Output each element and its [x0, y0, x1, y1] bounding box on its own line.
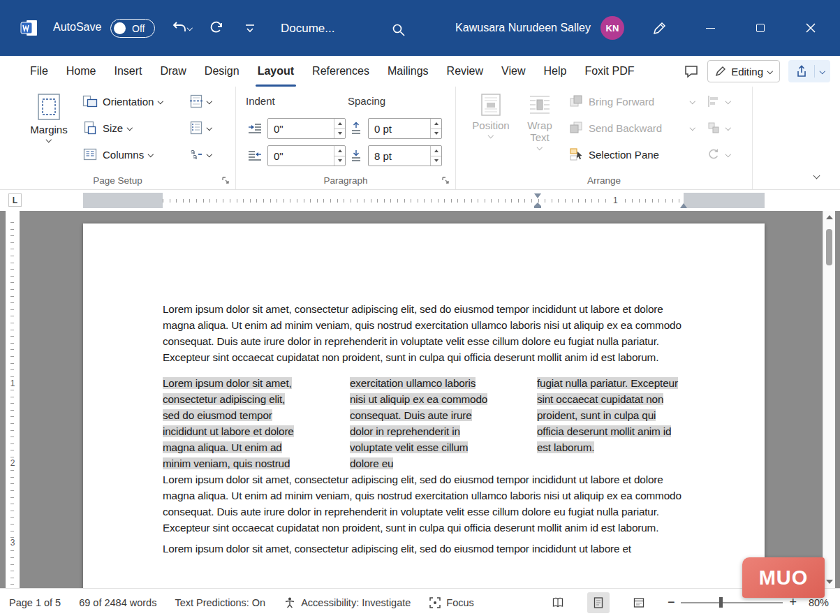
avatar[interactable]: KN: [600, 16, 624, 40]
position-button[interactable]: Position: [469, 92, 513, 138]
word-count-status[interactable]: 69 of 2484 words: [70, 589, 165, 616]
page-setup-dialog-launcher[interactable]: [221, 175, 230, 185]
customize-toolbar-icon: [242, 20, 258, 36]
redo-button[interactable]: [205, 16, 228, 40]
zoom-slider-thumb[interactable]: [719, 597, 723, 608]
spin-up-button[interactable]: [334, 119, 345, 129]
document-title[interactable]: Docume...: [281, 22, 334, 36]
text-predictions-status[interactable]: Text Predictions: On: [165, 589, 274, 616]
spin-down-button[interactable]: [334, 129, 345, 139]
web-layout-button[interactable]: [628, 592, 650, 613]
spacing-before-input[interactable]: 0 pt: [368, 118, 442, 139]
first-line-indent-marker[interactable]: [534, 193, 541, 198]
rotate-button[interactable]: [702, 141, 735, 168]
tab-review[interactable]: Review: [438, 56, 492, 87]
vertical-ruler-number: 1: [6, 379, 20, 388]
print-layout-button[interactable]: [587, 592, 610, 613]
paragraph-dialog-launcher[interactable]: [441, 175, 450, 185]
size-icon: [83, 121, 97, 135]
titlebar: AutoSave Off Docume... Kawusara Nurudeen…: [0, 0, 840, 56]
spacing-before-icon: [349, 122, 363, 135]
spin-down-button[interactable]: [431, 156, 441, 166]
spin-down-button[interactable]: [334, 156, 345, 166]
autosave-toggle[interactable]: Off: [110, 19, 155, 38]
bring-forward-label: Bring Forward: [589, 96, 654, 108]
line-numbers-button[interactable]: [184, 115, 216, 141]
columns-button[interactable]: Columns: [78, 141, 167, 168]
tab-help[interactable]: Help: [534, 56, 575, 87]
editing-mode-dropdown[interactable]: Editing: [707, 60, 779, 82]
arrange-small-buttons: [702, 88, 735, 168]
scrollbar-thumb[interactable]: [826, 229, 832, 265]
spin-up-button[interactable]: [334, 146, 345, 156]
tab-foxit-pdf[interactable]: Foxit PDF: [575, 56, 643, 87]
size-button[interactable]: Size: [78, 115, 167, 141]
hanging-indent-marker[interactable]: [534, 203, 541, 208]
document-page[interactable]: Lorem ipsum dolor sit amet, consectetur …: [83, 223, 765, 588]
spacing-after-input[interactable]: 8 pt: [368, 145, 442, 166]
tab-layout[interactable]: Layout: [249, 56, 303, 87]
align-button[interactable]: [702, 88, 735, 115]
horizontal-ruler[interactable]: 1: [83, 193, 765, 208]
tab-design[interactable]: Design: [196, 56, 249, 87]
share-icon: [795, 64, 809, 78]
scroll-up-arrow-icon[interactable]: [826, 215, 833, 219]
word-logo-icon[interactable]: [20, 18, 39, 38]
vertical-ruler-ticks: [10, 222, 14, 588]
spin-down-button[interactable]: [431, 129, 441, 139]
spin-up-button[interactable]: [431, 119, 441, 129]
search-button[interactable]: [387, 18, 411, 42]
selection-pane-label: Selection Pane: [589, 149, 659, 161]
indent-left-input[interactable]: 0": [267, 118, 346, 139]
selection-pane-button[interactable]: Selection Pane: [564, 141, 698, 168]
divider: [814, 65, 815, 78]
send-backward-button[interactable]: Send Backward: [564, 115, 698, 141]
tab-stop-selector[interactable]: L: [8, 193, 22, 207]
share-button[interactable]: [788, 60, 831, 82]
tab-file[interactable]: File: [21, 56, 57, 87]
share-chevron-icon[interactable]: [819, 68, 825, 74]
page-setup-stack: Orientation Size Columns: [78, 88, 167, 168]
wrap-text-button[interactable]: Wrap Text: [517, 92, 562, 149]
right-margin-zone: [684, 193, 765, 208]
vertical-ruler[interactable]: 1 2 3: [6, 211, 20, 588]
vertical-scrollbar[interactable]: [823, 211, 835, 588]
ink-pen-button[interactable]: [648, 16, 672, 40]
maximize-button[interactable]: [744, 16, 776, 40]
read-mode-button[interactable]: [547, 592, 569, 613]
zoom-out-button[interactable]: −: [661, 595, 681, 610]
zoom-level[interactable]: 80%: [803, 597, 840, 608]
focus-mode-button[interactable]: Focus: [420, 589, 483, 616]
undo-button[interactable]: [166, 16, 197, 40]
group-objects-button[interactable]: [702, 115, 735, 141]
scroll-down-arrow-icon[interactable]: [826, 580, 833, 584]
breaks-button[interactable]: [184, 88, 216, 115]
margins-button[interactable]: Margins: [21, 92, 77, 142]
collapse-ribbon-button[interactable]: [814, 168, 819, 181]
spin-up-button[interactable]: [431, 146, 441, 156]
hyphenation-button[interactable]: [184, 141, 216, 168]
orientation-button[interactable]: Orientation: [78, 88, 167, 115]
tab-view[interactable]: View: [492, 56, 534, 87]
tab-insert[interactable]: Insert: [105, 56, 151, 87]
customize-toolbar-button[interactable]: [238, 16, 262, 40]
spacing-before-row: 0 pt: [349, 118, 442, 139]
bring-forward-button[interactable]: Bring Forward: [564, 88, 698, 115]
word-window: AutoSave Off Docume... Kawusara Nurudeen…: [0, 0, 840, 616]
indent-right-icon: [247, 149, 263, 163]
undo-chevron-icon: [187, 25, 193, 31]
page-number-status[interactable]: Page 1 of 5: [0, 589, 70, 616]
orientation-icon: [82, 94, 98, 108]
comments-button[interactable]: [684, 64, 699, 79]
indent-right-input[interactable]: 0": [267, 145, 346, 166]
close-button[interactable]: [795, 16, 827, 40]
right-indent-marker[interactable]: [680, 203, 687, 208]
tab-home[interactable]: Home: [57, 56, 105, 87]
accessibility-status[interactable]: Accessibility: Investigate: [274, 589, 420, 616]
undo-icon: [171, 20, 188, 36]
page-setup-small-buttons: [184, 88, 216, 168]
tab-draw[interactable]: Draw: [151, 56, 195, 87]
tab-mailings[interactable]: Mailings: [378, 56, 438, 87]
minimize-button[interactable]: [694, 16, 726, 40]
tab-references[interactable]: References: [303, 56, 378, 87]
